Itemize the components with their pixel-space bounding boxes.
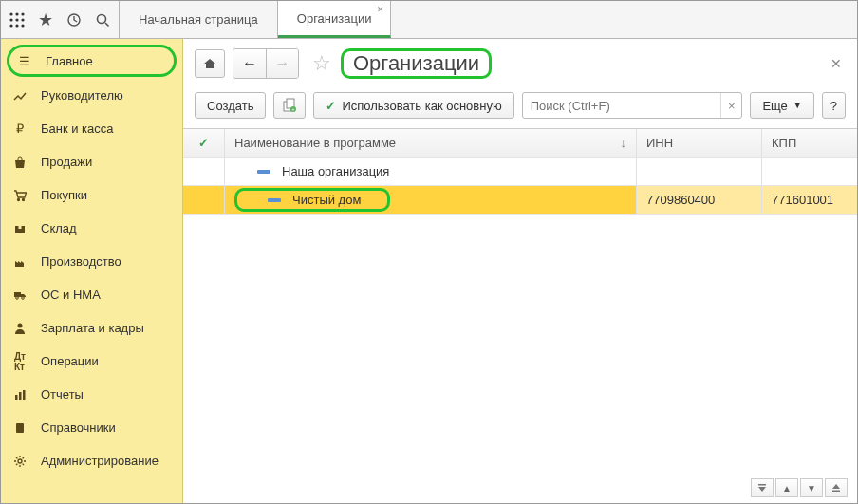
table-row[interactable]: Наша организация — [183, 158, 857, 186]
row-marker-icon — [268, 198, 281, 202]
sidebar-item-label: Банк и касса — [41, 121, 114, 136]
tab-label: Организации — [297, 11, 372, 26]
page-title: Организации — [341, 48, 492, 79]
nav-first-button[interactable] — [751, 478, 774, 497]
check-icon: ✓ — [198, 136, 209, 150]
svg-rect-21 — [23, 390, 26, 400]
svg-point-18 — [18, 323, 23, 327]
button-label: Использовать как основную — [342, 99, 501, 113]
sidebar-item-directories[interactable]: Справочники — [1, 411, 182, 444]
home-button[interactable] — [195, 49, 225, 78]
column-name[interactable]: Наименование в программе↓ — [225, 129, 637, 157]
svg-point-1 — [15, 12, 18, 15]
svg-point-12 — [23, 198, 25, 200]
svg-point-2 — [21, 12, 24, 15]
button-label: Создать — [207, 99, 253, 113]
back-button[interactable]: ← — [233, 49, 266, 78]
sidebar-item-warehouse[interactable]: Склад — [1, 212, 182, 245]
cell-inn: 7709860400 — [646, 193, 715, 207]
sidebar-item-production[interactable]: Производство — [1, 245, 182, 278]
column-kpp[interactable]: КПП — [762, 129, 857, 157]
svg-rect-15 — [14, 292, 21, 297]
svg-point-0 — [9, 12, 12, 15]
sidebar-item-label: Справочники — [41, 420, 116, 435]
sidebar-item-label: Производство — [41, 254, 121, 269]
copy-button[interactable]: + — [273, 92, 306, 119]
factory-icon — [12, 254, 28, 270]
nav-last-button[interactable] — [825, 478, 848, 497]
table-nav: ▲ ▼ — [751, 478, 848, 497]
sidebar-item-sales[interactable]: Продажи — [1, 145, 182, 178]
cell-name: Наша организация — [282, 164, 389, 178]
table-header: ✓ Наименование в программе↓ ИНН КПП — [183, 129, 857, 158]
sidebar-item-label: Главное — [46, 54, 93, 68]
organizations-table: ✓ Наименование в программе↓ ИНН КПП Наша… — [183, 128, 857, 215]
star-icon[interactable]: ★ — [37, 11, 54, 28]
sidebar-item-bank[interactable]: ₽Банк и касса — [1, 112, 182, 145]
svg-rect-14 — [19, 226, 22, 229]
search-input[interactable] — [523, 99, 721, 113]
sidebar-item-operations[interactable]: ДтКтОперации — [1, 345, 182, 378]
menu-icon: ☰ — [17, 53, 32, 68]
svg-point-11 — [18, 198, 20, 200]
sidebar-item-reports[interactable]: Отчеты — [1, 378, 182, 411]
tab-organizations[interactable]: Организации✕ — [278, 1, 392, 38]
use-as-main-button[interactable]: ✓Использовать как основную — [313, 92, 513, 119]
chevron-down-icon: ▼ — [793, 101, 802, 110]
sidebar-item-label: Операции — [41, 354, 99, 368]
truck-icon — [12, 288, 28, 303]
sidebar-item-label: Склад — [41, 221, 77, 235]
apps-icon[interactable] — [9, 11, 26, 28]
person-icon — [12, 321, 28, 336]
sidebar-item-label: Руководителю — [41, 88, 123, 103]
svg-text:+: + — [292, 106, 295, 112]
button-label: Еще — [762, 99, 787, 113]
page-close-button[interactable]: ✕ — [830, 56, 846, 71]
svg-point-3 — [9, 18, 12, 21]
sidebar-item-manager[interactable]: Руководителю — [1, 79, 182, 112]
sort-asc-icon: ↓ — [621, 136, 627, 150]
help-button[interactable]: ? — [822, 92, 846, 119]
sidebar-item-admin[interactable]: Администрирование — [1, 444, 182, 477]
svg-point-10 — [98, 14, 106, 23]
nav-up-button[interactable]: ▲ — [775, 478, 798, 497]
favorite-star-icon[interactable]: ☆ — [312, 51, 331, 76]
chart-up-icon — [12, 88, 28, 103]
sidebar-item-label: Продажи — [41, 155, 92, 169]
search-icon[interactable] — [94, 11, 111, 28]
nav-down-button[interactable]: ▼ — [800, 478, 823, 497]
history-icon[interactable] — [65, 11, 83, 28]
operations-icon: ДтКт — [12, 354, 28, 369]
sidebar-item-label: Отчеты — [41, 387, 84, 401]
svg-point-6 — [9, 24, 12, 27]
search-field[interactable]: × — [522, 92, 743, 119]
svg-point-7 — [15, 24, 18, 27]
sidebar-item-assets[interactable]: ОС и НМА — [1, 278, 182, 311]
create-button[interactable]: Создать — [195, 92, 266, 119]
svg-point-8 — [21, 24, 24, 27]
svg-point-16 — [16, 296, 19, 299]
clear-search-button[interactable]: × — [720, 93, 741, 118]
button-label: ? — [830, 99, 837, 113]
box-icon — [12, 221, 28, 236]
svg-rect-22 — [16, 423, 24, 433]
sidebar-item-label: ОС и НМА — [41, 288, 101, 302]
close-icon[interactable]: ✕ — [377, 5, 384, 14]
svg-rect-29 — [832, 491, 840, 493]
sidebar: ☰Главное Руководителю ₽Банк и касса Прод… — [1, 39, 183, 503]
tab-label: Начальная страница — [139, 12, 258, 27]
table-row[interactable]: Чистый дом 7709860400 771601001 — [183, 186, 857, 215]
check-icon: ✓ — [326, 99, 336, 113]
cell-name: Чистый дом — [292, 193, 361, 207]
tab-home[interactable]: Начальная страница — [120, 1, 278, 38]
forward-button[interactable]: → — [266, 49, 298, 78]
column-inn[interactable]: ИНН — [637, 129, 762, 157]
svg-point-5 — [21, 18, 24, 21]
svg-rect-20 — [19, 392, 22, 400]
more-button[interactable]: Еще▼ — [750, 92, 813, 119]
sidebar-item-main[interactable]: ☰Главное — [7, 45, 177, 77]
sidebar-item-salary[interactable]: Зарплата и кадры — [1, 311, 182, 345]
svg-point-23 — [18, 459, 22, 463]
sidebar-item-label: Покупки — [41, 188, 87, 202]
sidebar-item-purchases[interactable]: Покупки — [1, 178, 182, 212]
